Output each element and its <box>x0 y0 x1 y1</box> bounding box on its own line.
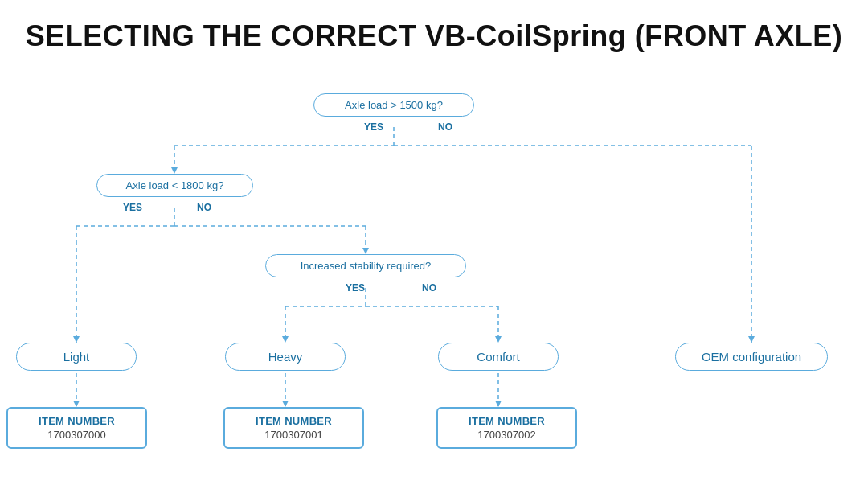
svg-marker-22 <box>73 401 80 407</box>
decision-axle-load-1800: Axle load < 1800 kg? <box>96 174 253 197</box>
svg-marker-13 <box>362 248 369 254</box>
item-label-1: ITEM NUMBER <box>19 415 134 427</box>
item-number-3: 1700307002 <box>449 429 564 441</box>
item-number-2: 1700307001 <box>236 429 351 441</box>
result-comfort: Comfort <box>438 343 559 371</box>
result-heavy: Heavy <box>225 343 346 371</box>
item-box-1700307002: ITEM NUMBER 1700307002 <box>436 407 577 449</box>
no-label-d2: NO <box>197 202 211 213</box>
diagram-area: Axle load > 1500 kg? Axle load < 1800 kg… <box>0 69 868 471</box>
yes-label-d2: YES <box>123 202 142 213</box>
svg-marker-24 <box>282 401 289 407</box>
item-number-1: 1700307000 <box>19 429 134 441</box>
svg-marker-20 <box>495 336 502 343</box>
item-box-1700307000: ITEM NUMBER 1700307000 <box>6 407 147 449</box>
svg-marker-3 <box>171 167 178 174</box>
item-label-3: ITEM NUMBER <box>449 415 564 427</box>
yes-label-d1: YES <box>364 121 383 133</box>
page-title: SELECTING THE CORRECT VB-CoilSpring (FRO… <box>0 0 868 61</box>
svg-marker-17 <box>282 336 289 343</box>
result-light: Light <box>16 343 137 371</box>
item-box-1700307001: ITEM NUMBER 1700307001 <box>223 407 364 449</box>
svg-marker-26 <box>495 401 502 407</box>
svg-marker-6 <box>748 336 755 343</box>
item-label-2: ITEM NUMBER <box>236 415 351 427</box>
yes-label-d3: YES <box>346 282 365 294</box>
decision-axle-load-1500: Axle load > 1500 kg? <box>313 93 474 117</box>
no-label-d3: NO <box>422 282 436 294</box>
result-oem: OEM configuration <box>675 343 828 371</box>
no-label-d1: NO <box>438 121 452 133</box>
decision-stability: Increased stability required? <box>265 254 466 277</box>
svg-marker-10 <box>73 336 80 343</box>
